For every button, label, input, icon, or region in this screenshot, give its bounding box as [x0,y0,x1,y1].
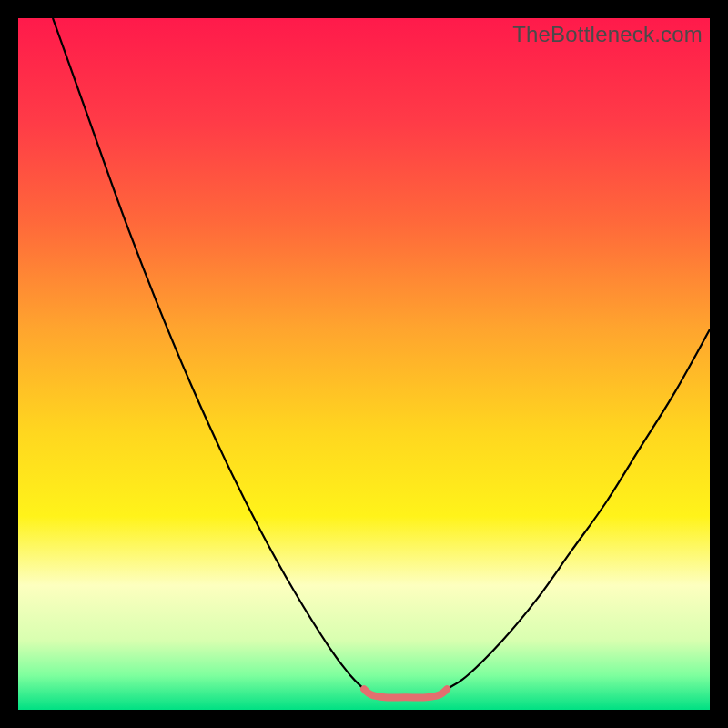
chart-background [18,18,710,710]
chart-frame: TheBottleneck.com [18,18,710,710]
watermark-text: TheBottleneck.com [512,22,703,47]
chart-canvas [18,18,710,710]
